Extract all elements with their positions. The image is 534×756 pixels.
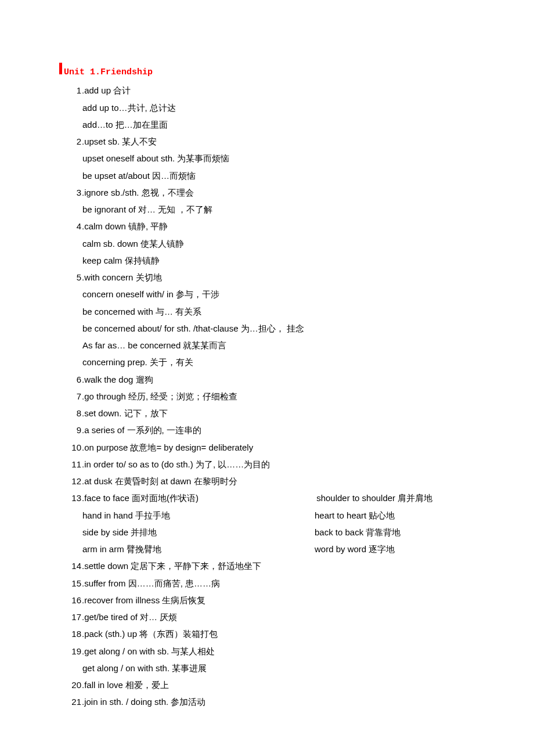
sub-line: keep calm 保持镇静 (64, 252, 500, 269)
col-left: side by side 并排地 (82, 524, 315, 541)
item-number: 19 (64, 643, 82, 660)
sub-line: add up to…共计, 总计达 (64, 99, 500, 116)
list-item: 16.recover from illness 生病后恢复 (64, 592, 500, 609)
list-item: 13.face to face 面对面地(作状语)shoulder to sho… (64, 489, 500, 557)
sub-line: add…to 把…加在里面 (64, 116, 500, 133)
list-item: 10.on purpose 故意地= by design= deliberate… (64, 439, 500, 456)
sub-row: side by side 并排地back to back 背靠背地 (64, 524, 500, 541)
list-item: 19.get along / on with sb. 与某人相处get alon… (64, 643, 500, 677)
item-text: with concern 关切地 (84, 269, 500, 286)
sub-line: be upset at/about 因…而烦恼 (64, 167, 500, 184)
col-right: word by word 逐字地 (315, 541, 500, 557)
item-number: 16 (64, 592, 82, 609)
item-number: 11 (64, 456, 82, 473)
document-page: Unit 1.Friendship 1.add up 合计add up to…共… (0, 0, 534, 746)
col-right: shoulder to shoulder 肩并肩地 (316, 489, 500, 506)
list-item: 5.with concern 关切地concern oneself with/ … (64, 269, 500, 371)
item-number: 20 (64, 676, 82, 693)
item-text: calm down 镇静, 平静 (84, 218, 500, 235)
list-item: 20.fall in love 相爱，爱上 (64, 676, 500, 693)
item-text: fall in love 相爱，爱上 (84, 676, 500, 693)
list-item: 9.a series of 一系列的, 一连串的 (64, 422, 500, 438)
item-text: recover from illness 生病后恢复 (84, 592, 500, 609)
item-number: 5 (64, 269, 82, 286)
item-number: 8 (64, 405, 82, 422)
sub-row: hand in hand 手拉手地heart to heart 贴心地 (64, 507, 500, 524)
list-item: 8.set down. 记下，放下 (64, 405, 500, 422)
item-text: upset sb. 某人不安 (84, 133, 500, 150)
unit-heading: Unit 1.Friendship (64, 64, 500, 81)
col-right: heart to heart 贴心地 (315, 507, 500, 524)
col-left: face to face 面对面地(作状语) (84, 489, 316, 506)
item-text: add up 合计 (84, 82, 500, 99)
sub-line: be ignorant of 对… 无知 ，不了解 (64, 201, 500, 218)
item-number: 9 (64, 422, 82, 438)
item-text: get along / on with sb. 与某人相处 (84, 643, 500, 660)
item-number: 13 (64, 489, 82, 506)
item-number: 7 (64, 388, 82, 405)
item-text: on purpose 故意地= by design= deliberately (84, 439, 500, 456)
sub-line: get along / on with sth. 某事进展 (64, 660, 500, 676)
item-number: 3 (64, 184, 82, 201)
list-item: 3.ignore sb./sth. 忽视，不理会be ignorant of 对… (64, 184, 500, 218)
col-left: arm in arm 臂挽臂地 (82, 541, 315, 557)
item-number: 21 (64, 693, 82, 710)
item-number: 4 (64, 218, 82, 235)
list-item: 21.join in sth. / doing sth. 参加活动 (64, 693, 500, 710)
sub-line: concerning prep. 关于，有关 (64, 354, 500, 370)
item-text: a series of 一系列的, 一连串的 (84, 422, 500, 438)
sub-line: be concerned with 与… 有关系 (64, 303, 500, 320)
list-item: 12.at dusk 在黄昏时刻 at dawn 在黎明时分 (64, 473, 500, 489)
list-item: 4.calm down 镇静, 平静calm sb. down 使某人镇静kee… (64, 218, 500, 269)
list-item: 15.suffer from 因……而痛苦, 患……病 (64, 575, 500, 592)
item-text: in order to/ so as to (do sth.) 为了, 以……为… (84, 456, 500, 473)
list-item: 11.in order to/ so as to (do sth.) 为了, 以… (64, 456, 500, 473)
sub-row: arm in arm 臂挽臂地word by word 逐字地 (64, 541, 500, 557)
item-number: 6 (64, 371, 82, 388)
list-item: 17.get/be tired of 对… 厌烦 (64, 609, 500, 625)
item-number: 18 (64, 625, 82, 642)
item-text: walk the dog 遛狗 (84, 371, 500, 388)
item-text: join in sth. / doing sth. 参加活动 (84, 693, 500, 710)
item-number: 2 (64, 133, 82, 150)
item-number: 10 (64, 439, 82, 456)
item-text: settle down 定居下来，平静下来，舒适地坐下 (84, 557, 500, 574)
list-item: 1.add up 合计add up to…共计, 总计达add…to 把…加在里… (64, 82, 500, 133)
col-left: hand in hand 手拉手地 (82, 507, 315, 524)
col-right: back to back 背靠背地 (315, 524, 500, 541)
item-text: at dusk 在黄昏时刻 at dawn 在黎明时分 (84, 473, 500, 489)
list-item: 18.pack (sth.) up 将（东西）装箱打包 (64, 625, 500, 642)
item-number: 14 (64, 557, 82, 574)
red-marker (59, 63, 62, 74)
item-text: go through 经历, 经受；浏览；仔细检查 (84, 388, 500, 405)
item-number: 1 (64, 82, 82, 99)
item-text: set down. 记下，放下 (84, 405, 500, 422)
item-text: get/be tired of 对… 厌烦 (84, 609, 500, 625)
item-number: 12 (64, 473, 82, 489)
list-item: 2.upset sb. 某人不安upset oneself about sth.… (64, 133, 500, 184)
item-number: 15 (64, 575, 82, 592)
list-item: 6.walk the dog 遛狗 (64, 371, 500, 388)
sub-line: be concerned about/ for sth. /that-claus… (64, 320, 500, 337)
vocabulary-list: 1.add up 合计add up to…共计, 总计达add…to 把…加在里… (64, 82, 500, 710)
sub-line: concern oneself with/ in 参与，干涉 (64, 286, 500, 303)
sub-line: calm sb. down 使某人镇静 (64, 235, 500, 252)
list-item: 14.settle down 定居下来，平静下来，舒适地坐下 (64, 557, 500, 574)
item-text: pack (sth.) up 将（东西）装箱打包 (84, 625, 500, 642)
sub-line: As far as… be concerned 就某某而言 (64, 337, 500, 354)
item-text: ignore sb./sth. 忽视，不理会 (84, 184, 500, 201)
list-item: 7.go through 经历, 经受；浏览；仔细检查 (64, 388, 500, 405)
item-text: suffer from 因……而痛苦, 患……病 (84, 575, 500, 592)
item-number: 17 (64, 609, 82, 625)
sub-line: upset oneself about sth. 为某事而烦恼 (64, 150, 500, 167)
